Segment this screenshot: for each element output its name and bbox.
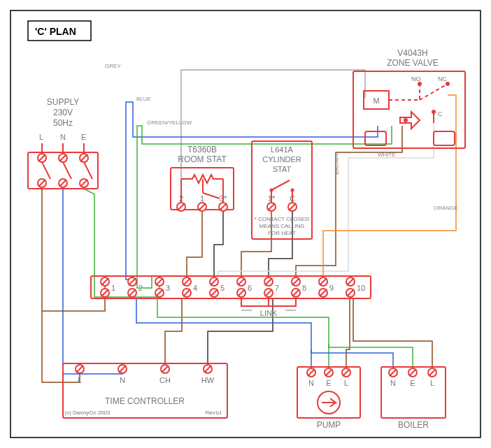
svg-text:ZONE VALVE: ZONE VALVE — [387, 58, 439, 68]
svg-rect-75 — [434, 131, 455, 145]
svg-text:N: N — [120, 376, 125, 384]
svg-text:C: C — [438, 110, 443, 117]
svg-text:2: 2 — [138, 284, 143, 292]
svg-text:1: 1 — [111, 284, 115, 292]
svg-text:1*: 1* — [268, 194, 276, 203]
svg-text:SUPPLY: SUPPLY — [47, 97, 79, 107]
room-stat: T6360B ROOM STAT 2 1 3* — [171, 145, 234, 211]
svg-text:Rev1d: Rev1d — [205, 410, 221, 416]
svg-text:V4043H: V4043H — [397, 48, 427, 58]
svg-text:4: 4 — [193, 284, 197, 292]
svg-text:N: N — [308, 379, 314, 387]
svg-text:L: L — [39, 133, 43, 141]
svg-text:L: L — [430, 379, 434, 387]
svg-text:WHITE: WHITE — [378, 152, 396, 158]
svg-text:6: 6 — [248, 284, 252, 292]
svg-text:L: L — [78, 376, 82, 384]
svg-text:TIME CONTROLLER: TIME CONTROLLER — [105, 396, 185, 406]
svg-text:7: 7 — [275, 284, 279, 292]
svg-line-37 — [203, 193, 220, 198]
svg-text:5: 5 — [220, 284, 225, 292]
svg-text:GREY: GREY — [105, 63, 121, 69]
svg-text:E: E — [326, 379, 331, 387]
svg-text:10: 10 — [357, 284, 365, 292]
svg-text:C: C — [290, 194, 295, 203]
svg-text:STAT: STAT — [273, 165, 292, 173]
boiler: N E L BOILER — [381, 367, 446, 430]
svg-text:FOR HEAT: FOR HEAT — [268, 230, 296, 236]
svg-text:L641A: L641A — [271, 145, 293, 154]
svg-text:LINK: LINK — [260, 309, 278, 317]
svg-text:PUMP: PUMP — [317, 420, 341, 430]
svg-text:CYLINDER: CYLINDER — [262, 155, 301, 164]
svg-point-83 — [404, 118, 408, 122]
svg-text:NC: NC — [438, 75, 447, 82]
time-controller: L N CH HW TIME CONTROLLER (c) DannyOz 20… — [63, 363, 227, 418]
svg-text:MEANS CALLING: MEANS CALLING — [259, 223, 305, 229]
svg-text:50Hz: 50Hz — [53, 118, 73, 128]
svg-text:* CONTACT CLOSED: * CONTACT CLOSED — [255, 216, 310, 222]
svg-text:BROWN: BROWN — [334, 153, 340, 175]
svg-text:HW: HW — [201, 376, 215, 384]
svg-line-23 — [84, 162, 92, 179]
svg-rect-74 — [365, 131, 386, 145]
svg-text:1: 1 — [200, 194, 204, 203]
svg-text:(c) DannyOz 2003: (c) DannyOz 2003 — [65, 410, 111, 416]
zone-valve: V4043H ZONE VALVE M NO NC C — [353, 48, 465, 148]
svg-line-55 — [271, 180, 290, 190]
svg-text:ORANGE: ORANGE — [434, 205, 458, 211]
svg-text:BLUE: BLUE — [136, 96, 151, 102]
svg-text:3: 3 — [166, 284, 170, 292]
diagram-title: 'C' PLAN — [35, 26, 76, 37]
svg-text:230V: 230V — [53, 108, 73, 117]
svg-text:M: M — [373, 96, 379, 105]
cylinder-stat: L641A CYLINDER STAT 1* C * CONTACT CLOSE… — [252, 141, 312, 239]
svg-text:N: N — [390, 379, 396, 387]
svg-text:ROOM STAT: ROOM STAT — [178, 154, 227, 164]
svg-text:T6360B: T6360B — [187, 145, 217, 154]
svg-text:E: E — [81, 133, 86, 141]
svg-text:8: 8 — [302, 284, 306, 292]
supply-block: SUPPLY 230V 50Hz L N E — [28, 97, 98, 189]
svg-text:CH: CH — [159, 376, 171, 384]
svg-line-21 — [42, 162, 50, 179]
wiring-diagram: 'C' PLAN GREY BLUE GREEN/YELLOW BROWN WH… — [0, 0, 491, 448]
svg-text:E: E — [410, 379, 415, 387]
svg-text:9: 9 — [329, 284, 334, 292]
svg-text:NO: NO — [411, 75, 421, 82]
svg-text:L: L — [344, 379, 348, 387]
svg-text:BOILER: BOILER — [398, 420, 429, 430]
pump: N E L PUMP — [297, 367, 360, 430]
svg-text:GREEN/YELLOW: GREEN/YELLOW — [147, 120, 192, 126]
svg-text:N: N — [60, 133, 66, 141]
svg-line-22 — [63, 162, 71, 179]
